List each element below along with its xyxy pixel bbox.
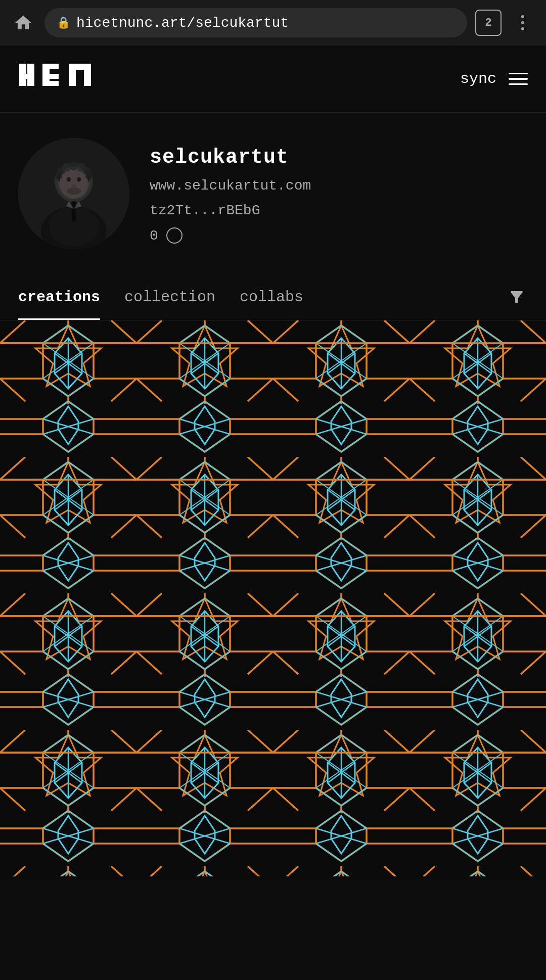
svg-rect-5 [42, 74, 59, 79]
svg-point-18 [77, 177, 81, 182]
svg-rect-4 [42, 64, 59, 69]
dot-3 [521, 27, 524, 30]
profile-wallet-address: tz2Tt...rBEbG [150, 203, 311, 218]
browser-home-button[interactable] [10, 10, 36, 36]
svg-rect-68 [0, 320, 546, 876]
browser-bar: 🔒 hicetnunc.art/selcukartut 2 [0, 0, 546, 45]
svg-rect-23 [72, 201, 76, 221]
hamburger-line-2 [509, 78, 528, 80]
profile-website[interactable]: www.selcukartut.com [150, 178, 311, 194]
profile-info: selcukartut www.selcukartut.com tz2Tt...… [150, 138, 311, 244]
svg-rect-2 [27, 64, 34, 86]
home-icon [14, 13, 33, 32]
svg-point-20 [67, 188, 81, 195]
tabs-count: 2 [485, 17, 491, 29]
profile-stats: 0 [150, 227, 311, 244]
profile-section: selcukartut www.selcukartut.com tz2Tt...… [0, 113, 546, 274]
hamburger-menu-button[interactable] [509, 73, 528, 85]
profile-username: selcukartut [150, 146, 311, 169]
hamburger-line-1 [509, 73, 528, 75]
site-logo[interactable] [18, 60, 99, 98]
svg-point-19 [71, 184, 76, 188]
svg-point-17 [67, 177, 71, 182]
avatar [18, 138, 129, 249]
browser-tabs-button[interactable]: 2 [475, 10, 502, 36]
site-header: sync [0, 45, 546, 113]
hamburger-line-3 [509, 83, 528, 85]
profile-count: 0 [150, 228, 158, 244]
avatar-container [18, 138, 129, 249]
lock-icon: 🔒 [57, 16, 70, 30]
svg-rect-9 [69, 64, 91, 70]
tabs-nav: creations collection collabs [18, 274, 506, 320]
artwork-section [0, 320, 546, 879]
tab-collabs[interactable]: collabs [240, 274, 303, 320]
svg-point-31 [55, 172, 62, 179]
tab-collection[interactable]: collection [124, 274, 215, 320]
svg-rect-6 [42, 81, 59, 86]
svg-point-32 [85, 172, 93, 179]
browser-url-bar[interactable]: 🔒 hicetnunc.art/selcukartut [44, 8, 467, 37]
filter-icon [508, 288, 526, 306]
url-text: hicetnunc.art/selcukartut [76, 15, 289, 31]
tab-creations[interactable]: creations [18, 274, 100, 320]
profile-circle-indicator [166, 227, 183, 244]
filter-button[interactable] [506, 286, 528, 308]
hen-logo [18, 60, 99, 90]
tabs-section: creations collection collabs [0, 274, 546, 320]
browser-menu-button[interactable] [510, 10, 536, 36]
dot-2 [521, 21, 524, 24]
artwork-pattern [0, 320, 546, 876]
dot-1 [521, 15, 524, 18]
logo-text [18, 60, 99, 98]
site-header-right: sync [460, 70, 528, 87]
sync-button[interactable]: sync [460, 70, 496, 87]
avatar-image [18, 138, 129, 249]
